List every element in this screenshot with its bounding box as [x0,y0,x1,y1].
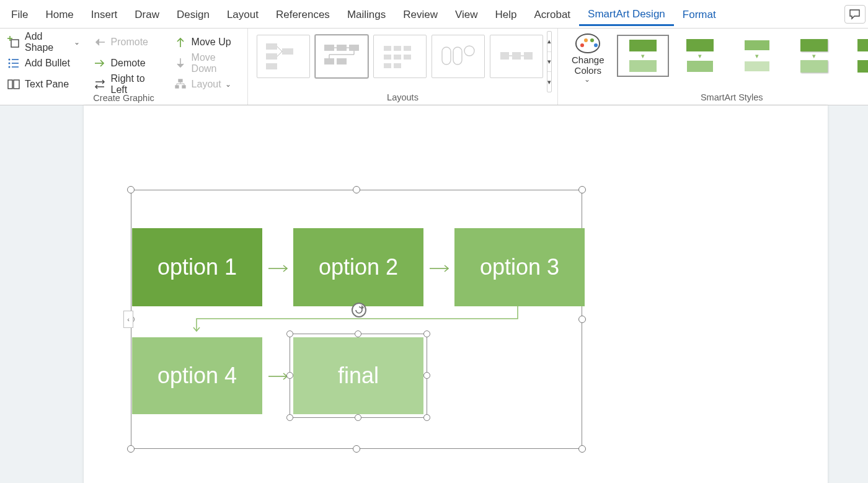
svg-rect-33 [324,58,334,64]
tab-file[interactable]: File [2,2,37,26]
tab-layout[interactable]: Layout [218,2,267,26]
svg-rect-27 [266,63,277,69]
resize-handle-tr[interactable] [578,186,586,193]
rtl-icon [94,78,106,91]
cmd-label: Text Pane [25,79,69,90]
layouts-gallery [255,31,544,92]
tab-mailings[interactable]: Mailings [339,2,394,26]
svg-point-3 [9,59,11,61]
gallery-scroll-down[interactable]: ▾ [547,52,551,73]
palette-icon [575,33,600,53]
smartart-block-3[interactable]: option 3 [454,228,585,306]
svg-point-47 [464,46,474,56]
add-bullet-icon [7,57,20,69]
shape-handle-tl[interactable] [286,330,293,337]
smartart-block-1[interactable]: option 1 [132,228,262,306]
shape-handle-mr[interactable] [423,372,430,379]
resize-handle-bm[interactable] [353,445,360,453]
style-option-3[interactable]: ▾ [731,35,783,77]
gallery-scroll-up[interactable]: ▴ [547,32,551,52]
shape-handle-ml[interactable] [286,372,293,379]
layout-option-3[interactable] [373,35,427,78]
change-colors-button[interactable]: Change Colors ⌄ [565,31,611,86]
style-option-4[interactable]: ▾ [788,35,840,77]
cmd-text-pane[interactable]: Text Pane [7,76,80,93]
tab-smartart-design[interactable]: SmartArt Design [579,2,674,26]
tab-acrobat[interactable]: Acrobat [526,2,580,26]
text-pane-toggle[interactable]: ‹ [123,311,133,328]
comments-button[interactable] [844,5,866,24]
svg-point-5 [9,66,11,68]
cmd-move-up[interactable]: Move Up [174,33,240,51]
rotation-handle[interactable] [352,303,366,317]
svg-rect-44 [394,63,401,68]
tab-design[interactable]: Design [168,2,218,26]
smartart-arrow-1 [268,264,291,273]
group-create-graphic: Add Shape ⌄ Add Bullet Text Pane [0,29,248,105]
svg-line-28 [277,47,282,51]
resize-handle-tl[interactable] [127,186,135,193]
svg-rect-39 [404,46,411,51]
cmd-layout-dropdown[interactable]: Layout ⌄ [174,76,240,93]
smartart-block-4[interactable]: option 4 [132,337,262,414]
svg-rect-25 [266,53,277,60]
cmd-move-down[interactable]: Move Down [174,55,240,72]
shape-handle-bl[interactable] [286,414,293,421]
smartart-frame[interactable]: ‹ option 1 option 2 option 3 option 4 [127,186,586,453]
smartart-block-2[interactable]: option 2 [293,228,423,306]
tab-draw[interactable]: Draw [126,2,168,26]
tab-home[interactable]: Home [37,2,82,26]
cmd-label: Promote [111,37,148,48]
document-page[interactable]: ‹ option 1 option 2 option 3 option 4 [84,105,828,483]
cmd-label: Move Down [192,52,240,74]
shape-handle-tm[interactable] [355,330,361,337]
svg-rect-50 [524,52,533,60]
tab-format[interactable]: Format [674,2,725,26]
tab-view[interactable]: View [446,2,487,26]
shape-handle-br[interactable] [423,414,430,421]
style-option-2[interactable]: ▾ [674,35,726,77]
resize-handle-tm[interactable] [353,186,360,193]
layout-option-5[interactable] [490,35,543,78]
shape-handle-tr[interactable] [423,330,430,337]
layout-icon [174,78,187,91]
svg-rect-41 [394,55,401,60]
shape-handle-bm[interactable] [355,414,361,421]
resize-handle-mr[interactable] [578,316,586,323]
cmd-label: Demote [111,58,146,69]
style-option-5[interactable]: ▾ [845,35,868,77]
svg-rect-24 [266,43,277,50]
shape-selection-frame [290,334,427,418]
resize-handle-bl[interactable] [127,445,135,453]
svg-rect-10 [14,80,19,89]
cmd-add-bullet[interactable]: Add Bullet [7,55,80,72]
text-pane-icon [7,78,20,91]
svg-rect-30 [324,45,334,51]
move-down-icon [174,57,187,69]
tab-references[interactable]: References [267,2,339,26]
change-colors-label: Change Colors [572,55,604,76]
layout-option-2-selected[interactable] [315,35,368,78]
group-label: SmartArt Styles [565,92,868,104]
cmd-promote[interactable]: Promote [94,33,161,51]
gallery-expand[interactable]: ▾ [547,72,551,92]
resize-handle-br[interactable] [578,445,586,453]
cmd-label: Right to Left [111,73,161,95]
cmd-rtl[interactable]: Right to Left [94,76,161,93]
tab-review[interactable]: Review [394,2,446,26]
tab-insert[interactable]: Insert [82,2,126,26]
group-styles: Change Colors ⌄ ▾ ▾ ▾ ▾ ▾ [558,29,868,105]
layout-option-1[interactable] [257,35,310,78]
cmd-demote[interactable]: Demote [94,55,161,72]
svg-rect-49 [512,52,521,60]
style-option-1-selected[interactable]: ▾ [617,35,669,77]
layout-option-4[interactable] [432,35,485,78]
ribbon-tabs: File Home Insert Draw Design Layout Refe… [0,0,868,29]
tab-help[interactable]: Help [487,2,526,26]
cmd-add-shape[interactable]: Add Shape ⌄ [7,33,80,51]
svg-rect-40 [384,55,391,60]
cmd-label: Add Bullet [25,58,70,69]
svg-rect-17 [179,79,182,82]
styles-gallery: ▾ ▾ ▾ ▾ ▾ [611,31,868,81]
svg-rect-9 [8,80,12,89]
